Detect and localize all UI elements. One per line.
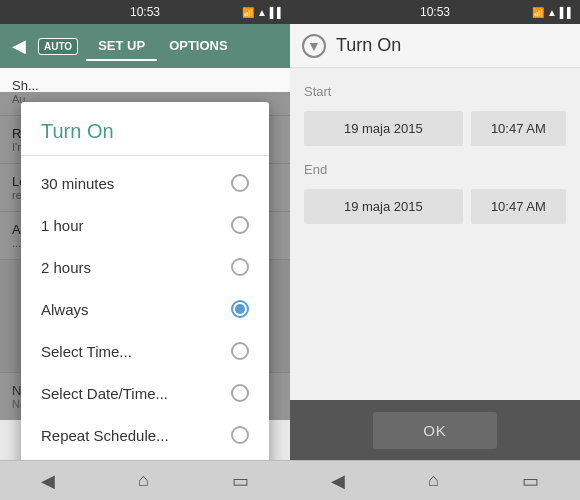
right-nav-recent-button[interactable]: ▭ <box>510 466 551 496</box>
option-select-datetime[interactable]: Select Date/Time... <box>21 372 269 414</box>
option-2hours[interactable]: 2 hours <box>21 246 269 288</box>
right-nav-bar: ◀ ⌂ ▭ <box>290 460 580 500</box>
end-datetime-row: 19 maja 2015 10:47 AM <box>304 189 566 224</box>
option-30min[interactable]: 30 minutes <box>21 162 269 204</box>
end-label: End <box>304 162 566 177</box>
radio-30min <box>231 174 249 192</box>
radio-always <box>231 300 249 318</box>
ok-button[interactable]: OK <box>373 412 497 449</box>
radio-select-time <box>231 342 249 360</box>
radio-1hour <box>231 216 249 234</box>
right-status-icons: 📶 ▲ ▌▌ <box>532 7 574 18</box>
right-header: ▼ Turn On <box>290 24 580 68</box>
left-panel: 10:53 📶 ▲ ▌▌ ◀ AUTO SET UP OPTIONS Sh...… <box>0 0 290 500</box>
right-time: 10:53 <box>420 5 450 19</box>
dialog-title: Turn On <box>21 102 269 156</box>
left-status-icons: 📶 ▲ ▌▌ <box>242 7 284 18</box>
radio-inner <box>235 304 245 314</box>
radio-repeat <box>231 426 249 444</box>
option-always[interactable]: Always <box>21 288 269 330</box>
battery-icon: ▌▌ <box>270 7 284 18</box>
right-nav-back-button[interactable]: ◀ <box>319 466 357 496</box>
start-time-button[interactable]: 10:47 AM <box>471 111 566 146</box>
signal-icon: 📶 <box>242 7 254 18</box>
radio-2hours <box>231 258 249 276</box>
turn-on-dialog: Turn On 30 minutes 1 hour 2 hours <box>21 102 269 460</box>
nav-back-button[interactable]: ◀ <box>29 466 67 496</box>
tab-container: SET UP OPTIONS <box>86 32 239 61</box>
end-section: End 19 maja 2015 10:47 AM <box>304 162 566 224</box>
start-datetime-row: 19 maja 2015 10:47 AM <box>304 111 566 146</box>
right-panel: 10:53 📶 ▲ ▌▌ ▼ Turn On Start 19 maja 201… <box>290 0 580 500</box>
left-app-bar: ◀ AUTO SET UP OPTIONS <box>0 24 290 68</box>
option-select-time[interactable]: Select Time... <box>21 330 269 372</box>
left-content: Sh... Au... Re... I'm... Lo... re... Al.… <box>0 68 290 460</box>
left-status-bar: 10:53 📶 ▲ ▌▌ <box>0 0 290 24</box>
left-nav-bar: ◀ ⌂ ▭ <box>0 460 290 500</box>
right-battery-icon: ▌▌ <box>560 7 574 18</box>
nav-recent-button[interactable]: ▭ <box>220 466 261 496</box>
nav-home-button[interactable]: ⌂ <box>126 466 161 495</box>
end-time-button[interactable]: 10:47 AM <box>471 189 566 224</box>
right-signal-icon: 📶 <box>532 7 544 18</box>
right-content: Start 19 maja 2015 10:47 AM End 19 maja … <box>290 68 580 400</box>
option-1hour[interactable]: 1 hour <box>21 204 269 246</box>
wifi-icon: ▲ <box>257 7 267 18</box>
back-button[interactable]: ◀ <box>8 31 30 61</box>
right-nav-home-button[interactable]: ⌂ <box>416 466 451 495</box>
radio-select-datetime <box>231 384 249 402</box>
right-header-title: Turn On <box>336 35 401 56</box>
start-section: Start 19 maja 2015 10:47 AM <box>304 84 566 146</box>
back-circle-button[interactable]: ▼ <box>302 34 326 58</box>
chevron-down-icon: ▼ <box>307 38 321 54</box>
start-label: Start <box>304 84 566 99</box>
dialog-overlay: Turn On 30 minutes 1 hour 2 hours <box>0 92 290 420</box>
start-date-button[interactable]: 19 maja 2015 <box>304 111 463 146</box>
end-date-button[interactable]: 19 maja 2015 <box>304 189 463 224</box>
auto-badge: AUTO <box>38 38 78 55</box>
tab-setup[interactable]: SET UP <box>86 32 157 61</box>
right-wifi-icon: ▲ <box>547 7 557 18</box>
right-status-bar: 10:53 📶 ▲ ▌▌ <box>290 0 580 24</box>
option-repeat-schedule[interactable]: Repeat Schedule... <box>21 414 269 456</box>
left-time: 10:53 <box>130 5 160 19</box>
dialog-options: 30 minutes 1 hour 2 hours Always <box>21 156 269 460</box>
tab-options[interactable]: OPTIONS <box>157 32 240 61</box>
ok-section: OK <box>290 400 580 460</box>
